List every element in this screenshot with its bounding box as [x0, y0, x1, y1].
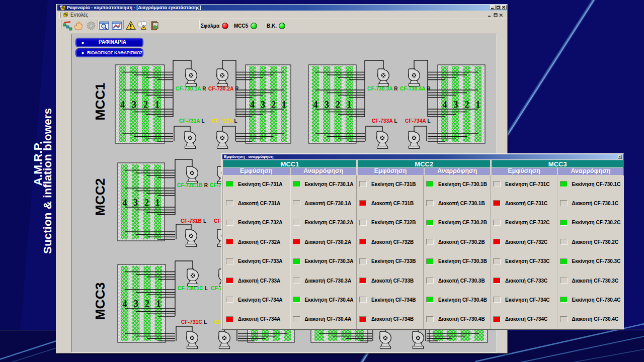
svg-text:3: 3	[133, 198, 138, 208]
svg-text:4: 4	[250, 100, 255, 110]
svg-text:MCC1: MCC1	[93, 82, 108, 120]
svg-text:3: 3	[325, 100, 329, 110]
svg-text:3: 3	[261, 100, 265, 110]
svg-text:1: 1	[156, 299, 160, 309]
svg-text:CF-731B L: CF-731B L	[181, 218, 206, 224]
svg-text:CF-732A L: CF-732A L	[212, 118, 237, 124]
svg-text:2: 2	[144, 198, 149, 208]
svg-text:CF-731C L: CF-731C L	[181, 319, 207, 325]
svg-text:4: 4	[443, 100, 447, 110]
svg-text:CF-730.1B R: CF-730.1B R	[177, 183, 208, 188]
svg-text:2: 2	[143, 100, 148, 110]
svg-text:3: 3	[132, 100, 136, 110]
svg-text:1: 1	[282, 100, 286, 110]
svg-text:CF-730.2A R: CF-730.2A R	[208, 86, 239, 92]
svg-text:CF-734A L: CF-734A L	[405, 118, 431, 124]
svg-text:CF-733A L: CF-733A L	[372, 118, 397, 124]
svg-text:1: 1	[155, 100, 159, 110]
svg-text:4: 4	[120, 100, 125, 110]
svg-text:2: 2	[465, 100, 469, 110]
svg-text:CF-730.3A R: CF-730.3A R	[367, 86, 398, 92]
svg-text:CF-730.1A R: CF-730.1A R	[176, 86, 206, 92]
svg-text:4: 4	[123, 299, 127, 309]
svg-text:1: 1	[155, 198, 160, 208]
svg-text:MCC2: MCC2	[93, 178, 108, 216]
svg-text:2: 2	[145, 299, 149, 309]
svg-text:4: 4	[122, 198, 127, 208]
svg-text:1: 1	[347, 100, 351, 110]
svg-text:1: 1	[476, 100, 480, 110]
svg-text:CF-731A L: CF-731A L	[179, 118, 205, 124]
svg-text:CF-730.4A R: CF-730.4A R	[400, 86, 431, 92]
svg-text:3: 3	[454, 100, 458, 110]
svg-text:4: 4	[313, 100, 318, 110]
svg-text:CF-730.1C L: CF-730.1C L	[178, 286, 208, 291]
svg-text:MCC3: MCC3	[93, 282, 108, 320]
svg-text:3: 3	[134, 299, 138, 309]
svg-text:2: 2	[271, 100, 276, 110]
svg-text:2: 2	[336, 100, 340, 110]
